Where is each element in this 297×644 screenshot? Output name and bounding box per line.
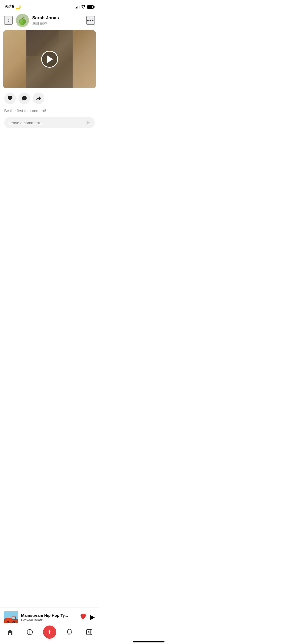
user-name: Sarah Jonas [32,15,83,21]
share-button[interactable] [33,93,44,104]
comment-icon [22,96,27,101]
comment-input[interactable] [8,121,86,125]
status-time: 6:25 🌙 [5,4,21,10]
signal-icon [75,5,79,8]
video-player[interactable] [3,30,96,88]
play-icon [47,56,53,63]
first-comment-text: Be the first to comment! [0,107,99,117]
moon-icon: 🌙 [16,4,21,10]
back-button[interactable]: ‹ [4,16,13,25]
comment-input-row [4,117,95,128]
battery-icon [87,5,94,9]
play-button[interactable] [41,51,58,68]
status-icons [75,5,94,9]
avatar[interactable] [16,14,29,27]
user-info: Sarah Jonas Just now [32,15,83,25]
main-content: Be the first to comment! [0,30,99,175]
wifi-icon [81,5,86,9]
post-header: ‹ Sarah Jonas Just now ••• [0,12,99,30]
action-buttons [0,88,99,107]
post-time: Just now [32,21,83,25]
send-icon [86,120,91,125]
send-comment-button[interactable] [86,120,91,125]
more-dots-icon: ••• [87,17,94,24]
share-icon [36,96,41,101]
back-arrow-icon: ‹ [7,17,9,24]
svg-point-3 [20,19,22,22]
more-options-button[interactable]: ••• [86,16,95,25]
status-bar: 6:25 🌙 [0,0,99,12]
like-button[interactable] [4,93,16,104]
comment-button[interactable] [18,93,30,104]
avatar-image [16,14,29,27]
heart-icon [7,96,13,101]
